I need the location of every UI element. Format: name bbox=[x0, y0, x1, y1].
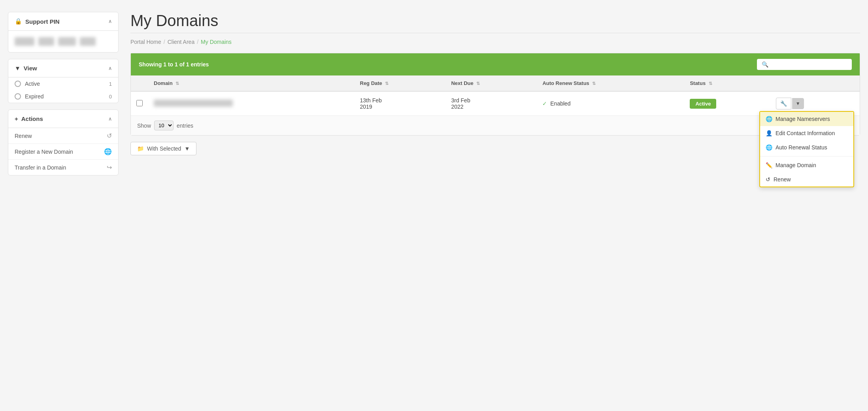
action-renew[interactable]: Renew ↺ bbox=[8, 128, 118, 144]
col-actions bbox=[770, 75, 860, 91]
globe-icon: 🌐 bbox=[104, 148, 112, 155]
domains-table-container: Showing 1 to 1 of 1 entries 🔍 Domain ⇅ bbox=[130, 53, 860, 136]
breadcrumb-my-domains: My Domains bbox=[201, 39, 232, 45]
domain-blurred-value bbox=[154, 100, 233, 107]
action-transfer-domain[interactable]: Transfer in a Domain ↪ bbox=[8, 160, 118, 175]
support-pin-body bbox=[8, 31, 118, 52]
sort-regdate-icon: ⇅ bbox=[385, 81, 389, 86]
row-status: Active bbox=[684, 91, 770, 115]
breadcrumb-client-area[interactable]: Client Area bbox=[168, 39, 194, 45]
row-action-cell: 🔧 ▼ 🌐 Manage Nameservers 👤 bbox=[770, 91, 860, 115]
main-content: My Domains Portal Home / Client Area / M… bbox=[130, 12, 860, 399]
table-header-row: Domain ⇅ Reg Date ⇅ Next Due ⇅ Auto Re bbox=[131, 75, 860, 91]
auto-renewal-icon: 🌐 bbox=[766, 144, 772, 151]
col-status[interactable]: Status ⇅ bbox=[684, 75, 770, 91]
search-input[interactable] bbox=[772, 61, 847, 68]
wrench-button[interactable]: 🔧 bbox=[776, 98, 791, 109]
row-reg-date: 13th Feb2019 bbox=[355, 91, 446, 115]
manage-domain-label: Manage Domain bbox=[776, 162, 816, 168]
dropdown-item-manage-nameservers[interactable]: 🌐 Manage Nameservers bbox=[760, 112, 853, 126]
pin-block-2 bbox=[38, 37, 54, 46]
sort-autorenew-icon: ⇅ bbox=[592, 81, 596, 86]
support-pin-title: Support PIN bbox=[25, 18, 60, 25]
page-title: My Domains bbox=[130, 12, 860, 30]
auto-renewal-label: Auto Renewal Status bbox=[776, 144, 827, 151]
showing-text: Showing 1 to 1 of 1 entries bbox=[139, 61, 209, 68]
support-pin-card: 🔒 Support PIN ∧ bbox=[8, 12, 119, 53]
transfer-icon: ↪ bbox=[107, 164, 112, 171]
actions-header: + Actions ∧ bbox=[8, 110, 118, 128]
status-badge: Active bbox=[690, 99, 716, 109]
view-item-active[interactable]: Active 1 bbox=[8, 77, 118, 90]
radio-expired[interactable] bbox=[15, 93, 21, 100]
dropdown-item-edit-contact[interactable]: 👤 Edit Contact Information bbox=[760, 126, 853, 140]
col-next-due[interactable]: Next Due ⇅ bbox=[445, 75, 537, 91]
filter-icon: ▼ bbox=[15, 65, 21, 72]
table-row: 13th Feb2019 3rd Feb2022 ✓ Enabled Activ… bbox=[131, 91, 860, 115]
contact-icon: 👤 bbox=[766, 130, 772, 136]
row-checkbox-cell bbox=[131, 91, 148, 115]
pin-block-3 bbox=[58, 37, 76, 46]
renew-icon: ↺ bbox=[107, 132, 112, 140]
nameservers-label: Manage Nameservers bbox=[776, 116, 830, 122]
view-items: Active 1 Expired 0 bbox=[8, 77, 118, 103]
col-reg-date[interactable]: Reg Date ⇅ bbox=[355, 75, 446, 91]
dropdown-menu: 🌐 Manage Nameservers 👤 Edit Contact Info… bbox=[759, 111, 854, 187]
show-label: Show bbox=[137, 123, 151, 129]
row-domain-cell bbox=[148, 91, 355, 115]
dropdown-item-renew[interactable]: ↺ Renew bbox=[760, 172, 853, 187]
search-box: 🔍 bbox=[757, 59, 852, 70]
action-register-domain[interactable]: Register a New Domain 🌐 bbox=[8, 144, 118, 160]
row-auto-renew: ✓ Enabled bbox=[537, 91, 684, 115]
domains-table: Domain ⇅ Reg Date ⇅ Next Due ⇅ Auto Re bbox=[131, 75, 860, 115]
sort-nextdue-icon: ⇅ bbox=[476, 81, 480, 86]
with-selected-button[interactable]: 📁 With Selected ▼ bbox=[130, 142, 196, 155]
view-active-count: 1 bbox=[109, 81, 112, 87]
row-next-due: 3rd Feb2022 bbox=[445, 91, 537, 115]
actions-items: Renew ↺ Register a New Domain 🌐 Transfer… bbox=[8, 128, 118, 175]
entries-label: entries bbox=[177, 123, 193, 129]
edit-contact-label: Edit Contact Information bbox=[776, 130, 835, 136]
radio-active[interactable] bbox=[15, 81, 21, 87]
page-divider bbox=[130, 33, 860, 33]
view-chevron-up-icon[interactable]: ∧ bbox=[108, 66, 112, 71]
nameservers-icon: 🌐 bbox=[766, 116, 772, 122]
col-domain[interactable]: Domain ⇅ bbox=[148, 75, 355, 91]
view-expired-label: Expired bbox=[25, 93, 43, 100]
pin-block-4 bbox=[80, 37, 96, 46]
view-active-label: Active bbox=[25, 81, 40, 87]
action-btn-row: 🔧 ▼ 🌐 Manage Nameservers 👤 bbox=[776, 98, 854, 109]
sort-status-icon: ⇅ bbox=[709, 81, 712, 86]
checkmark-icon: ✓ bbox=[542, 100, 547, 107]
actions-title: Actions bbox=[21, 115, 43, 122]
search-icon: 🔍 bbox=[762, 61, 768, 68]
actions-chevron-up-icon[interactable]: ∧ bbox=[108, 116, 112, 122]
renew-dropdown-label: Renew bbox=[774, 176, 791, 183]
entries-select[interactable]: 10 25 50 bbox=[154, 121, 174, 130]
view-expired-count: 0 bbox=[109, 94, 112, 100]
row-checkbox[interactable] bbox=[136, 100, 143, 106]
folder-icon: 📁 bbox=[137, 145, 144, 152]
dropdown-item-manage-domain[interactable]: ✏️ Manage Domain bbox=[760, 158, 853, 172]
renew-dropdown-icon: ↺ bbox=[766, 176, 770, 183]
breadcrumb-sep-2: / bbox=[197, 39, 198, 45]
col-auto-renew[interactable]: Auto Renew Status ⇅ bbox=[537, 75, 684, 91]
pin-blur-row bbox=[15, 37, 112, 46]
breadcrumb: Portal Home / Client Area / My Domains bbox=[130, 39, 860, 45]
table-footer: Show 10 25 50 entries bbox=[131, 115, 860, 135]
dropdown-divider bbox=[760, 156, 853, 156]
sort-domain-icon: ⇅ bbox=[175, 81, 179, 86]
with-selected-label: With Selected bbox=[147, 145, 181, 152]
view-item-expired[interactable]: Expired 0 bbox=[8, 90, 118, 103]
view-title: View bbox=[24, 65, 37, 72]
actions-card: + Actions ∧ Renew ↺ Register a New Domai… bbox=[8, 109, 119, 175]
dropdown-item-auto-renewal[interactable]: 🌐 Auto Renewal Status bbox=[760, 140, 853, 155]
breadcrumb-sep-1: / bbox=[164, 39, 165, 45]
view-card: ▼ View ∧ Active 1 Expired bbox=[8, 59, 119, 103]
with-selected-chevron-icon: ▼ bbox=[184, 145, 190, 152]
pin-block-1 bbox=[15, 37, 34, 46]
dropdown-toggle-button[interactable]: ▼ bbox=[792, 98, 804, 109]
chevron-up-icon[interactable]: ∧ bbox=[108, 19, 112, 24]
view-header: ▼ View ∧ bbox=[8, 59, 118, 77]
breadcrumb-portal-home[interactable]: Portal Home bbox=[130, 39, 161, 45]
